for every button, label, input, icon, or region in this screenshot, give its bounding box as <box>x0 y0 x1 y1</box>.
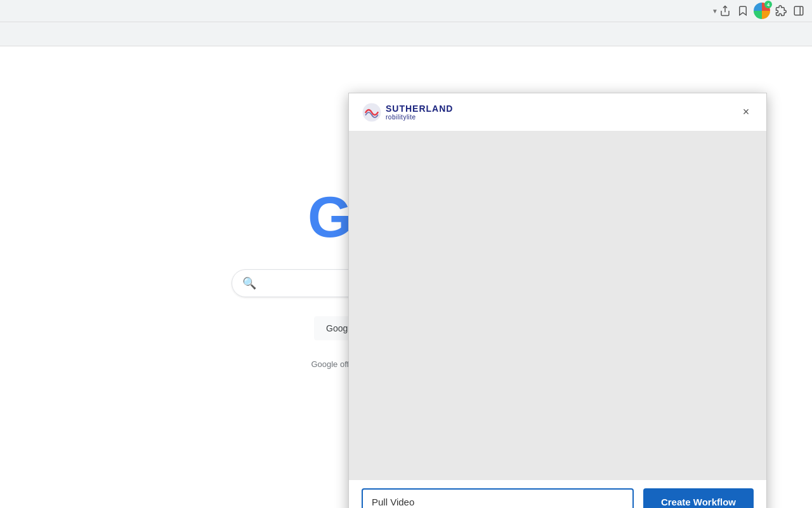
workflow-name-input[interactable] <box>362 488 634 509</box>
modal-header: SUTHERLAND robilitylite × <box>349 93 766 131</box>
modal-footer: Create Workflow <box>349 479 766 508</box>
sidebar-toggle-icon[interactable] <box>792 4 806 18</box>
extension-badge: 4 <box>764 1 772 8</box>
create-workflow-button[interactable]: Create Workflow <box>643 488 754 509</box>
extensions-icon[interactable] <box>774 4 788 18</box>
address-bar <box>0 22 812 46</box>
modal-logo: SUTHERLAND robilitylite <box>362 102 453 123</box>
sutherland-sub-label: robilitylite <box>386 114 453 121</box>
google-page: G o o g l e 🔍 Google Search I'm Feeling … <box>0 46 812 508</box>
chevron-down-icon: ▼ <box>712 8 718 15</box>
sutherland-name-label: SUTHERLAND <box>386 104 453 114</box>
sutherland-logo-icon <box>362 102 382 123</box>
modal-overlay: SUTHERLAND robilitylite × Create Workflo… <box>348 93 767 508</box>
modal-body <box>349 131 766 479</box>
browser-top-icons: 4 <box>718 3 806 19</box>
svg-rect-1 <box>794 6 803 15</box>
logo-G: G <box>308 185 352 250</box>
share-icon[interactable] <box>718 4 732 18</box>
sutherland-text: SUTHERLAND robilitylite <box>386 104 453 121</box>
modal-close-button[interactable]: × <box>738 105 754 120</box>
extension-main-icon[interactable]: 4 <box>754 3 770 19</box>
bookmark-icon[interactable] <box>736 4 750 18</box>
browser-top-bar: ▼ 4 <box>0 0 812 22</box>
search-icon: 🔍 <box>242 276 256 290</box>
